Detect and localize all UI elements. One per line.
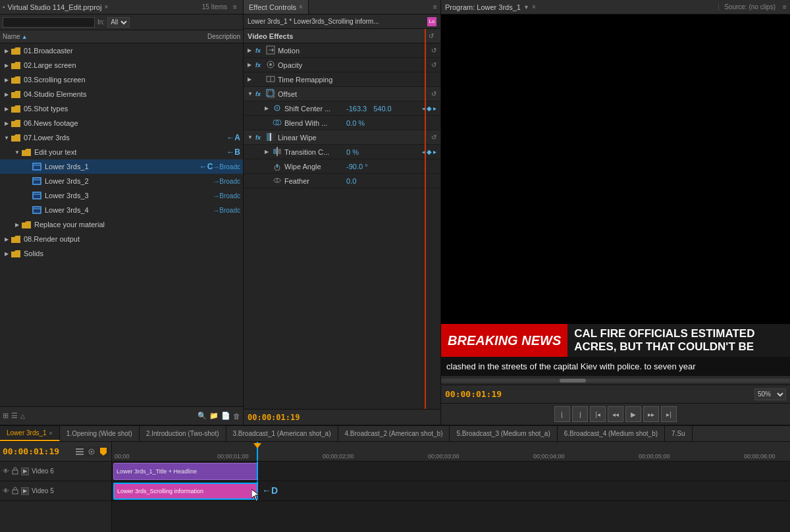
transition-expand[interactable]: ▶ [265, 149, 273, 155]
snap-btn[interactable] [86, 446, 97, 457]
program-timeline-scroll[interactable] [441, 375, 790, 385]
blend-with-value[interactable]: 0.0 % [346, 119, 365, 127]
expand-offset-btn[interactable]: ▼ [248, 91, 255, 97]
folder-item-studio-elements[interactable]: ▶ 04.Studio Elements [0, 87, 243, 101]
zoom-select[interactable]: 50% 25% 100% [754, 388, 786, 400]
expand-arrow[interactable]: ▶ [3, 250, 11, 257]
effect-controls-tab[interactable]: Effect Controls × [244, 0, 309, 14]
transition-value[interactable]: 0 % [346, 148, 359, 156]
mark-in-btn[interactable]: ⌊ [554, 406, 570, 422]
linear-wipe-angle-param[interactable]: Wipe Angle -90.0 ° [244, 159, 440, 174]
effect-row-linear-wipe[interactable]: ▼ fx Linear Wipe ↺ [244, 130, 440, 145]
timeline-tab-broadcast1[interactable]: 3.Broadcast_1 (American shot_a) [226, 426, 338, 441]
marker-btn[interactable] [98, 446, 109, 457]
grid-view-btn[interactable]: ⊞ [3, 412, 9, 420]
close-project-btn[interactable]: × [104, 3, 108, 11]
next-keyframe-btn[interactable]: ▸ [433, 148, 436, 155]
folder-item-render-output[interactable]: ▶ 08.Render output [0, 232, 243, 246]
expand-arrow[interactable]: ▶ [3, 235, 11, 243]
expand-arrow[interactable]: ▶ [3, 47, 11, 55]
reset-opacity-btn[interactable]: ↺ [431, 61, 436, 68]
program-panel-chevron[interactable]: ▼ [523, 4, 529, 11]
folder-item-shot-types[interactable]: ▶ 05.Shot types [0, 101, 243, 116]
folder-item-solids[interactable]: ▶ Solids [0, 246, 243, 261]
offset-shift-center-param[interactable]: ▶ Shift Center ... -163.3 540.0 ◂ ◆ ▸ [244, 101, 440, 116]
play-btn[interactable]: ▶ [625, 406, 641, 422]
expand-arrow[interactable]: ▶ [3, 90, 11, 98]
effect-row-time-remapping[interactable]: ▶ fx Time Remapping [244, 72, 440, 87]
effect-row-motion[interactable]: ▶ fx Motion ↺ [244, 43, 440, 58]
close-program-btn[interactable]: × [532, 3, 536, 11]
col-name-header[interactable]: Name ▲ [3, 33, 188, 40]
expand-opacity-btn[interactable]: ▶ [248, 62, 255, 68]
clip-item-lower3rds-2[interactable]: Lower 3rds_2 →Broadc [0, 174, 243, 188]
timeline-tab-introduction[interactable]: 2.Introduction (Two-shot) [140, 426, 226, 441]
reset-all-btn[interactable]: ↺ [426, 31, 436, 41]
shift-center-value1[interactable]: -163.3 [346, 105, 367, 113]
folder-item-news-footage[interactable]: ▶ 06.News footage [0, 116, 243, 130]
search-btn[interactable]: 🔍 [198, 412, 207, 420]
timeline-tab-broadcast4[interactable]: 6.Broadcast_4 (Medium shot_b) [558, 426, 665, 441]
toggle-track-view-btn[interactable] [74, 446, 85, 457]
feather-value[interactable]: 0.0 [346, 177, 356, 185]
in-select[interactable]: All [107, 17, 130, 28]
track6-lock-btn[interactable] [12, 467, 18, 476]
track5-lock-btn[interactable] [12, 487, 18, 496]
timeline-tab-7[interactable]: 7.Su [665, 426, 693, 441]
track5-expand-btn[interactable]: ▶ [21, 487, 29, 495]
panel-menu-btn[interactable]: ≡ [230, 2, 240, 13]
reset-linear-wipe-btn[interactable]: ↺ [431, 134, 436, 141]
go-to-out-btn[interactable]: ▸| [661, 406, 677, 422]
expand-arrow[interactable]: ▶ [3, 76, 11, 84]
project-search-input[interactable] [3, 17, 95, 28]
panel-menu-btn[interactable]: ≡ [430, 2, 440, 13]
step-fwd-btn[interactable]: ▸▸ [643, 406, 659, 422]
folder-item-scrolling-screen[interactable]: ▶ 03.Scrolling screen [0, 72, 243, 87]
shift-center-value2[interactable]: 540.0 [373, 105, 392, 113]
delete-btn[interactable]: 🗑 [233, 412, 240, 420]
timeline-tab-lower3rds1[interactable]: Lower 3rds_1 × [0, 426, 60, 441]
go-to-in-btn[interactable]: |◂ [590, 406, 606, 422]
effect-row-offset[interactable]: ▼ fx Offset ↺ [244, 87, 440, 101]
expand-motion-btn[interactable]: ▶ [248, 47, 255, 53]
expand-arrow[interactable]: ▶ [3, 61, 11, 69]
timeline-tab-opening[interactable]: 1.Opening (Wide shot) [60, 426, 140, 441]
expand-arrow[interactable]: ▶ [3, 119, 11, 127]
track6-eye-btn[interactable]: 👁 [3, 467, 9, 475]
folder-item-broadcaster[interactable]: ▶ 01.Broadcaster [0, 43, 243, 58]
timeline-tab-broadcast2[interactable]: 4.Broadcast_2 (American shot_b) [338, 426, 450, 441]
track6-expand-btn[interactable]: ▶ [21, 467, 29, 475]
close-effect-controls-btn[interactable]: × [299, 3, 303, 11]
effect-row-opacity[interactable]: ▶ fx Opacity ↺ [244, 58, 440, 72]
folder-item-edit-text[interactable]: ▼ Edit your text ←B [0, 145, 243, 159]
shift-center-expand[interactable]: ▶ [265, 105, 273, 111]
next-keyframe-btn[interactable]: ▸ [433, 105, 436, 112]
reset-offset-btn[interactable]: ↺ [431, 90, 436, 97]
program-menu-btn[interactable]: ≡ [779, 2, 790, 13]
expand-time-remap-btn[interactable]: ▶ [248, 76, 255, 82]
add-keyframe-btn[interactable]: ◆ [427, 148, 432, 155]
linear-wipe-transition-param[interactable]: ▶ Transition C... 0 % ◂ ◆ ▸ [244, 145, 440, 159]
step-back-btn[interactable]: ◂◂ [608, 406, 623, 422]
wipe-angle-value[interactable]: -90.0 ° [346, 163, 368, 171]
expand-arrow[interactable]: ▼ [13, 148, 21, 156]
close-tab-btn[interactable]: × [49, 430, 53, 437]
folder-item-large-screen[interactable]: ▶ 02.Large screen [0, 58, 243, 72]
clip-item-lower3rds-4[interactable]: Lower 3rds_4 →Broadc [0, 203, 243, 217]
new-item-btn[interactable]: 📄 [221, 412, 230, 420]
expand-arrow[interactable]: ▶ [3, 105, 11, 113]
clip-lower3rds-scrolling[interactable]: Lower 3rds_Scrolling information [113, 483, 258, 500]
list-view-btn[interactable]: ☰ [11, 412, 18, 420]
expand-arrow[interactable]: ▼ [3, 134, 11, 142]
reset-motion-btn[interactable]: ↺ [431, 47, 436, 54]
mark-out-btn[interactable]: ⌋ [572, 406, 588, 422]
folder-item-lower-3rds[interactable]: ▼ 07.Lower 3rds ←A [0, 130, 243, 145]
expand-arrow[interactable]: ▶ [13, 221, 21, 228]
clip-item-lower3rds-1[interactable]: Lower 3rds_1 ←C →Broadc [0, 159, 243, 174]
clip-item-lower3rds-3[interactable]: Lower 3rds_3 →Broadc [0, 188, 243, 203]
new-bin-btn[interactable]: 📁 [209, 412, 219, 420]
track5-eye-btn[interactable]: 👁 [3, 487, 9, 494]
linear-wipe-feather-param[interactable]: Feather 0.0 [244, 174, 440, 188]
offset-blend-with-param[interactable]: Blend With ... 0.0 % [244, 116, 440, 130]
timeline-tab-broadcast3[interactable]: 5.Broadcast_3 (Medium shot_a) [450, 426, 557, 441]
